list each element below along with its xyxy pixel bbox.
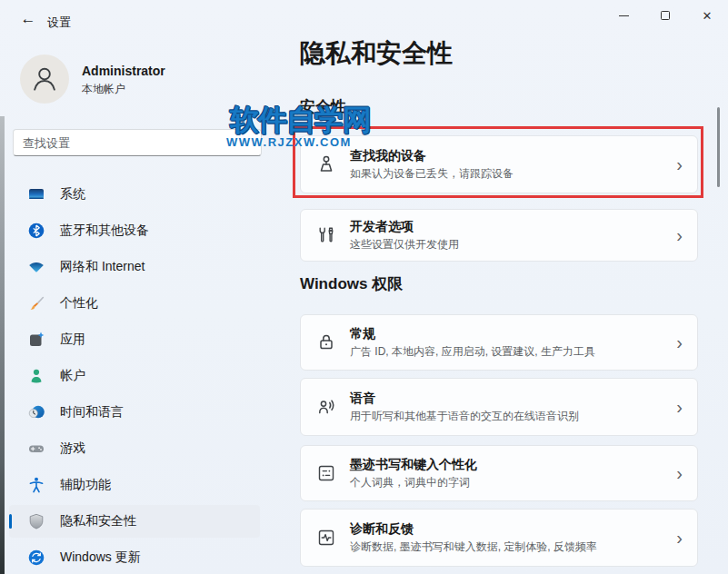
card-diagnostics-feedback[interactable]: 诊断和反馈 诊断数据, 墨迹书写和键入数据, 定制体验, 反馈频率 › [300, 509, 698, 567]
selected-indicator [9, 514, 12, 529]
window-title: 设置 [47, 15, 71, 31]
card-title: 语音 [350, 391, 579, 407]
close-icon: ✕ [703, 10, 713, 22]
chevron-right-icon: › [676, 333, 683, 351]
sidebar-nav: 系统 蓝牙和其他设备 网络和 Internet 个性化 [9, 178, 260, 574]
diagnostics-icon [315, 527, 337, 549]
card-title: 墨迹书写和键入个性化 [350, 457, 477, 473]
sidebar-item-label: 蓝牙和其他设备 [60, 223, 149, 239]
sidebar-item-network[interactable]: 网络和 Internet [9, 251, 260, 283]
sidebar-item-label: 隐私和安全性 [60, 513, 136, 529]
card-inking-typing[interactable]: 墨迹书写和键入个性化 个人词典，词典中的字词 › [300, 445, 698, 501]
chevron-right-icon: › [676, 529, 683, 547]
clock-globe-icon [27, 403, 45, 421]
card-subtitle: 个人词典，词典中的字词 [350, 476, 477, 490]
sidebar-item-gaming[interactable]: 游戏 [9, 432, 260, 465]
card-title: 诊断和反馈 [350, 521, 597, 538]
system-icon [27, 185, 45, 203]
back-button[interactable]: ← [15, 7, 42, 31]
sidebar-item-label: 辅助功能 [60, 477, 111, 493]
search-box [13, 129, 262, 156]
main-content: 隐私和安全性 安全性 查找我的设备 如果认为设备已丢失，请跟踪设备 › 开发者选… [300, 0, 698, 574]
apps-icon [27, 331, 45, 349]
person-icon [25, 60, 64, 98]
update-icon [27, 549, 45, 567]
account-type: 本地帐户 [82, 82, 125, 97]
desktop-edge-sliver [0, 116, 5, 574]
card-find-my-device[interactable]: 查找我的设备 如果认为设备已丢失，请跟踪设备 › [300, 135, 698, 193]
card-subtitle: 用于听写和其他基于语音的交互的在线语音识别 [350, 410, 579, 423]
wifi-icon [27, 258, 45, 276]
sidebar-item-label: 系统 [60, 186, 85, 203]
card-title: 开发者选项 [350, 219, 459, 235]
sidebar-item-label: 个性化 [60, 295, 98, 312]
search-input[interactable] [13, 129, 262, 156]
sidebar-item-personalization[interactable]: 个性化 [9, 287, 260, 320]
sidebar-item-label: 应用 [60, 332, 85, 348]
card-developer-options[interactable]: 开发者选项 这些设置仅供开发使用 › [300, 209, 698, 262]
section-header-security: 安全性 [300, 96, 346, 117]
sidebar-item-windows-update[interactable]: Windows 更新 [9, 541, 260, 574]
sidebar-item-apps[interactable]: 应用 [9, 323, 260, 356]
sidebar-item-label: Windows 更新 [60, 549, 141, 566]
sidebar-item-time-language[interactable]: 时间和语言 [9, 396, 260, 429]
sidebar-item-accounts[interactable]: 帐户 [9, 360, 260, 392]
chevron-right-icon: › [676, 155, 683, 173]
sidebar-item-label: 游戏 [60, 440, 85, 457]
brush-icon [27, 294, 45, 312]
find-device-icon [315, 153, 337, 175]
sidebar-item-bluetooth[interactable]: 蓝牙和其他设备 [9, 214, 260, 247]
card-subtitle: 如果认为设备已丢失，请跟踪设备 [350, 167, 514, 181]
speech-icon [315, 396, 337, 418]
sidebar-item-accessibility[interactable]: 辅助功能 [9, 469, 260, 501]
card-general[interactable]: 常规 广告 ID, 本地内容, 应用启动, 设置建议, 生产力工具 › [300, 314, 698, 371]
card-title: 查找我的设备 [350, 148, 514, 164]
shield-icon [27, 512, 45, 530]
sidebar-item-label: 时间和语言 [60, 404, 124, 421]
avatar[interactable] [20, 54, 69, 104]
lock-icon [315, 332, 337, 353]
account-name: Administrator [82, 64, 165, 78]
card-speech[interactable]: 语音 用于听写和其他基于语音的交互的在线语音识别 › [300, 378, 698, 436]
sidebar-item-system[interactable]: 系统 [9, 178, 260, 211]
sidebar-item-label: 网络和 Internet [60, 259, 145, 275]
chevron-right-icon: › [676, 226, 683, 244]
bluetooth-icon [27, 222, 45, 240]
card-subtitle: 广告 ID, 本地内容, 应用启动, 设置建议, 生产力工具 [350, 345, 595, 359]
account-icon [27, 367, 45, 385]
scrollbar-thumb[interactable] [717, 107, 720, 187]
accessibility-icon [27, 476, 45, 494]
sidebar-item-privacy-security[interactable]: 隐私和安全性 [9, 505, 260, 538]
dictionary-icon [315, 462, 337, 484]
chevron-right-icon: › [676, 464, 683, 482]
page-title: 隐私和安全性 [300, 36, 453, 71]
card-title: 常规 [350, 326, 595, 342]
chevron-right-icon: › [676, 398, 683, 416]
card-subtitle: 这些设置仅供开发使用 [350, 238, 459, 252]
sidebar-item-label: 帐户 [60, 368, 85, 384]
developer-tools-icon [315, 224, 337, 246]
gamepad-icon [27, 440, 45, 458]
card-subtitle: 诊断数据, 墨迹书写和键入数据, 定制体验, 反馈频率 [350, 540, 597, 554]
section-header-windows-permissions: Windows 权限 [300, 273, 403, 294]
